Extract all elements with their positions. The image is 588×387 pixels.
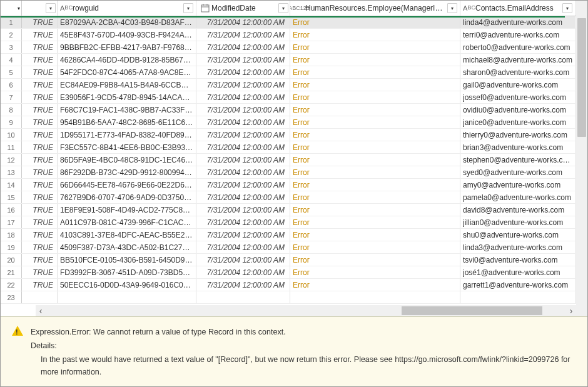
row-number[interactable]: 16 [1,204,22,216]
table-row[interactable]: 18TRUE4103C891-37E8-4DFC-AEAC-B55E2BC1B.… [1,229,576,241]
cell-c2[interactable]: 7/31/2004 12:00:00 AM [196,279,290,291]
cell-c2[interactable]: 7/31/2004 12:00:00 AM [196,16,290,28]
scroll-thumb[interactable] [577,18,586,137]
table-row[interactable]: 8TRUEF68C7C19-FAC1-438C-9BB7-AC33FCC34..… [1,104,576,116]
row-number[interactable]: 19 [1,241,22,253]
column-header-bool[interactable]: ▾ [22,1,58,16]
cell-c2[interactable]: 7/31/2004 12:00:00 AM [196,254,290,266]
cell-c1[interactable]: BB510FCE-0105-4306-B591-6450D9EBF4... [58,254,196,266]
table-row[interactable]: 20TRUEBB510FCE-0105-4306-B591-6450D9EBF4… [1,254,576,266]
table-row[interactable]: 3TRUE9BBBFB2C-EFBB-4217-9AB7-F976893288.… [1,41,576,54]
row-number[interactable]: 15 [1,191,22,203]
cell-c3[interactable]: Error [290,191,460,203]
cell-c1[interactable]: 1E8F9E91-508F-4D49-ACD2-775C836030... [58,204,196,216]
cell-c2[interactable]: 7/31/2004 12:00:00 AM [196,54,290,66]
table-row[interactable]: 2TRUE45E8F437-670D-4409-93CB-F9424A40D..… [1,29,576,41]
cell-c4[interactable]: josé1@adventure-works.com [460,266,575,278]
cell-c0[interactable]: TRUE [22,166,58,178]
cell-c1[interactable]: 86D5FA9E-4BC0-48C8-91DC-1EC467418... [58,154,196,166]
cell-c1[interactable]: 45E8F437-670D-4409-93CB-F9424A40D... [58,29,196,41]
cell-c1[interactable]: 7627B9D6-0707-4706-9AD9-0D37506B0... [58,191,196,203]
table-row[interactable]: 4TRUE46286CA4-46DD-4DDB-9128-85B67E98D..… [1,54,576,66]
cell-c2[interactable]: 7/31/2004 12:00:00 AM [196,66,290,78]
row-number[interactable]: 2 [1,29,22,41]
cell-c3[interactable]: Error [290,104,460,116]
cell-c1[interactable]: 66D66445-EE78-4676-9E66-0E22D6109A... [58,179,196,191]
row-number[interactable]: 5 [1,66,22,78]
table-row[interactable]: 5TRUE54F2FDC0-87C4-4065-A7A8-9AC8EA624..… [1,66,576,79]
cell-c3[interactable]: Error [290,216,460,228]
cell-c4[interactable]: janice0@adventure-works.com [460,116,575,128]
row-number[interactable]: 11 [1,141,22,153]
filter-icon[interactable]: ▾ [447,3,457,13]
cell-c3[interactable]: Error [290,41,460,53]
cell-c3[interactable]: Error [290,79,460,91]
cell-c3[interactable]: Error [290,116,460,128]
table-menu-icon[interactable]: ▾ [18,4,20,13]
cell-c2[interactable]: 7/31/2004 12:00:00 AM [196,229,290,241]
cell-c4[interactable] [460,291,575,303]
cell-c2[interactable]: 7/31/2004 12:00:00 AM [196,204,290,216]
row-number[interactable]: 18 [1,229,22,241]
cell-c3[interactable]: Error [290,241,460,253]
cell-c0[interactable]: TRUE [22,16,58,28]
cell-c4[interactable]: linda3@adventure-works.com [460,241,575,253]
table-row[interactable]: 6TRUEEC84AE09-F9B8-4A15-B4A9-6CCBAB919..… [1,79,576,91]
table-row[interactable]: 19TRUE4509F387-D73A-43DC-A502-B1C27AA1D.… [1,241,576,254]
cell-c4[interactable]: ovidiu0@adventure-works.com [460,104,575,116]
cell-c4[interactable]: shu0@adventure-works.com [460,229,575,241]
cell-c1[interactable]: FD3992FB-3067-451D-A09D-73BD53C0F... [58,266,196,278]
row-number[interactable]: 21 [1,266,22,278]
cell-c2[interactable]: 7/31/2004 12:00:00 AM [196,79,290,91]
cell-c3[interactable]: Error [290,16,460,28]
filter-icon[interactable]: ▾ [183,3,193,13]
column-header-title[interactable]: ABC123 HumanResources.Employee(ManagerID… [290,1,460,16]
cell-c0[interactable]: TRUE [22,279,58,291]
select-all-corner[interactable]: ▾ [1,1,22,16]
cell-c0[interactable]: TRUE [22,66,58,78]
table-row[interactable]: 16TRUE1E8F9E91-508F-4D49-ACD2-775C836030… [1,204,576,216]
cell-c4[interactable]: jossef0@adventure-works.com [460,91,575,103]
cell-c0[interactable]: TRUE [22,41,58,53]
cell-c2[interactable]: 7/31/2004 12:00:00 AM [196,41,290,53]
row-number[interactable]: 13 [1,166,22,178]
table-row[interactable]: 23 [1,291,576,304]
row-number[interactable]: 1 [1,16,22,28]
cell-c0[interactable]: TRUE [22,116,58,128]
cell-c3[interactable]: Error [290,166,460,178]
cell-c3[interactable]: Error [290,279,460,291]
cell-c1[interactable]: F3EC557C-8B41-4EE6-BB0C-E3B93AFF81... [58,141,196,153]
table-row[interactable]: 10TRUE1D955171-E773-4FAD-8382-40FD89BD5.… [1,129,576,141]
cell-c0[interactable]: TRUE [22,79,58,91]
column-header-email[interactable]: ABC Contacts.EmailAddress ▾ [460,1,575,16]
cell-c4[interactable]: terri0@adventure-works.com [460,29,575,41]
cell-c4[interactable]: amy0@adventure-works.com [460,179,575,191]
row-number[interactable]: 22 [1,279,22,291]
cell-c1[interactable]: 50EECC16-0D0D-43A9-9649-016C06DE8... [58,279,196,291]
table-row[interactable]: 1TRUEE87029AA-2CBA-4C03-B948-D83AF0313..… [1,16,576,29]
cell-c3[interactable]: Error [290,54,460,66]
cell-c4[interactable]: tsvi0@adventure-works.com [460,254,575,266]
horizontal-scrollbar[interactable]: ‹ › [36,305,576,316]
scroll-thumb[interactable] [402,306,542,315]
cell-c1[interactable]: 1D955171-E773-4FAD-8382-40FD89BD5... [58,129,196,141]
column-header-rowguid[interactable]: ABC rowguid ▾ [58,1,196,16]
row-number[interactable]: 17 [1,216,22,228]
cell-c2[interactable]: 7/31/2004 12:00:00 AM [196,166,290,178]
table-row[interactable]: 14TRUE66D66445-EE78-4676-9E66-0E22D6109A… [1,179,576,191]
cell-c0[interactable]: TRUE [22,54,58,66]
cell-c1[interactable]: E39056F1-9CD5-478D-8945-14ACA7FBD... [58,91,196,103]
cell-c3[interactable]: Error [290,29,460,41]
cell-c4[interactable]: thierry0@adventure-works.com [460,129,575,141]
table-row[interactable]: 15TRUE7627B9D6-0707-4706-9AD9-0D37506B0.… [1,191,576,204]
cell-c2[interactable]: 7/31/2004 12:00:00 AM [196,179,290,191]
cell-c0[interactable]: TRUE [22,241,58,253]
cell-c3[interactable]: Error [290,179,460,191]
cell-c3[interactable]: Error [290,229,460,241]
filter-icon[interactable]: ▾ [562,3,572,13]
cell-c0[interactable]: TRUE [22,129,58,141]
filter-icon[interactable]: ▾ [46,3,56,13]
cell-c1[interactable]: 954B91B6-5AA7-48C2-8685-6E11C6E5C... [58,116,196,128]
cell-c0[interactable]: TRUE [22,266,58,278]
row-number[interactable]: 14 [1,179,22,191]
